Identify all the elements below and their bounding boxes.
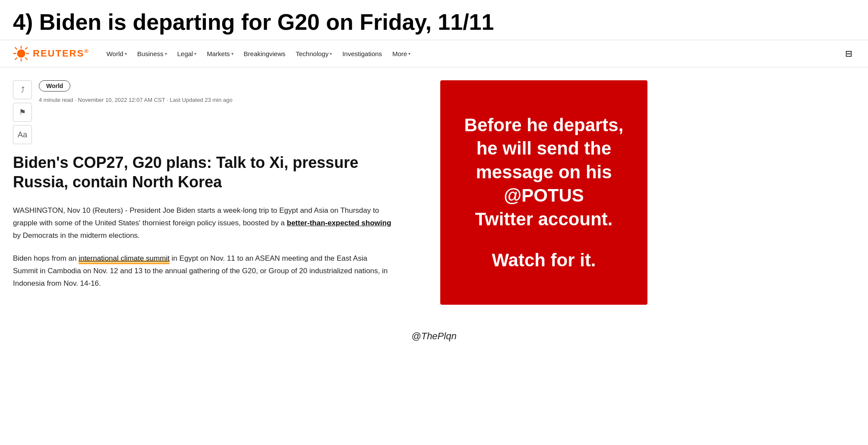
article-toolbar: ⤴ ⚑ Aa World 4 minute read · November 10… xyxy=(13,80,423,144)
nav-menu-icon[interactable]: ⊟ xyxy=(843,46,855,61)
chevron-down-icon: ▾ xyxy=(231,51,234,56)
nav-item-world[interactable]: World ▾ xyxy=(102,47,131,60)
nav-item-legal[interactable]: Legal ▾ xyxy=(173,47,201,60)
better-than-expected-link[interactable]: better-than-expected showing xyxy=(287,219,391,227)
chevron-down-icon: ▾ xyxy=(408,51,410,56)
chevron-down-icon: ▾ xyxy=(165,51,167,56)
chevron-down-icon: ▾ xyxy=(125,51,127,56)
world-category-tag[interactable]: World xyxy=(39,80,70,92)
nav-items-list: World ▾ Business ▾ Legal ▾ Markets ▾ Bre… xyxy=(102,47,843,60)
reuters-sun-icon xyxy=(13,45,29,62)
svg-line-6 xyxy=(25,58,27,60)
toolbar-icons: ⤴ ⚑ Aa xyxy=(13,80,32,144)
footer-handle: @ThePlqn xyxy=(411,331,456,341)
page-footer: @ThePlqn xyxy=(0,318,868,355)
reuters-name-text: REUTERS® xyxy=(33,48,89,59)
red-sidebar-box: Before he departs, he will send the mess… xyxy=(440,80,647,305)
article-paragraph-1: WASHINGTON, Nov 10 (Reuters) - President… xyxy=(13,205,393,242)
share-icon: ⤴ xyxy=(21,85,25,95)
svg-point-0 xyxy=(17,50,25,58)
nav-item-business[interactable]: Business ▾ xyxy=(133,47,171,60)
article-area: ⤴ ⚑ Aa World 4 minute read · November 10… xyxy=(13,80,423,305)
article-paragraph-2: Biden hops from an international climate… xyxy=(13,252,393,290)
page-title: 4) Biden is departing for G20 on Friday,… xyxy=(0,0,868,40)
article-title: Biden's COP27, G20 plans: Talk to Xi, pr… xyxy=(13,153,393,192)
nav-item-technology[interactable]: Technology ▾ xyxy=(291,47,336,60)
nav-item-more[interactable]: More ▾ xyxy=(388,47,415,60)
bookmark-icon: ⚑ xyxy=(19,107,26,117)
chevron-down-icon: ▾ xyxy=(194,51,196,56)
reuters-logo[interactable]: REUTERS® xyxy=(13,45,89,62)
font-icon: Aa xyxy=(18,130,27,139)
chevron-down-icon: ▾ xyxy=(330,51,332,56)
svg-line-7 xyxy=(25,48,27,50)
climate-summit-link[interactable]: international climate summit xyxy=(79,254,170,264)
svg-line-5 xyxy=(15,48,17,50)
navigation-bar: REUTERS® World ▾ Business ▾ Legal ▾ Mark… xyxy=(0,40,868,67)
bookmark-button[interactable]: ⚑ xyxy=(13,103,32,122)
sidebar-message: Before he departs, he will send the mess… xyxy=(464,114,624,272)
share-button[interactable]: ⤴ xyxy=(13,80,32,99)
reading-info: 4 minute read · November 10, 2022 12:07 … xyxy=(39,97,423,103)
nav-item-breakingviews[interactable]: Breakingviews xyxy=(240,47,290,60)
font-size-button[interactable]: Aa xyxy=(13,125,32,144)
svg-line-8 xyxy=(15,58,17,60)
nav-item-markets[interactable]: Markets ▾ xyxy=(202,47,237,60)
main-content: ⤴ ⚑ Aa World 4 minute read · November 10… xyxy=(0,67,868,318)
article-body: WASHINGTON, Nov 10 (Reuters) - President… xyxy=(13,205,393,290)
nav-item-investigations[interactable]: Investigations xyxy=(338,47,386,60)
article-meta-section: World 4 minute read · November 10, 2022 … xyxy=(39,80,423,110)
